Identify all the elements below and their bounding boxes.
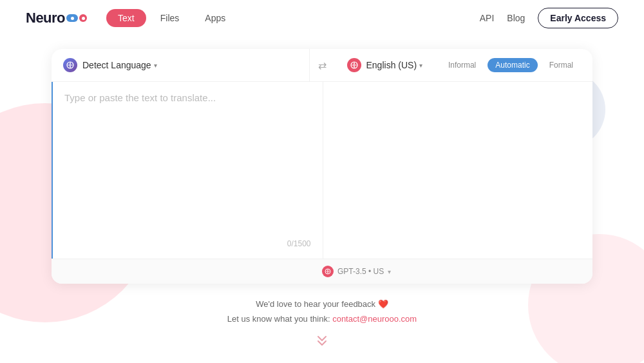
target-lang-chevron: ▾ bbox=[419, 62, 422, 69]
model-label: GPT-3.5 • US bbox=[337, 267, 384, 276]
tone-controls: Informal Automatic Formal bbox=[440, 58, 581, 72]
main-content: Detect Language ▾ ⇄ English (US) ▾ bbox=[0, 36, 644, 340]
logo: Neuro bbox=[26, 10, 87, 26]
source-text-panel: 0/1500 bbox=[52, 82, 323, 259]
main-nav: Text Files Apps bbox=[106, 9, 237, 27]
header: Neuro Text Files Apps API Blog Early Acc… bbox=[0, 0, 644, 36]
target-lang-panel: English (US) ▾ Informal Automatic Formal bbox=[336, 49, 593, 81]
card-footer: GPT-3.5 • US ▾ bbox=[52, 259, 592, 284]
source-lang-icon bbox=[63, 58, 77, 72]
nav-item-files[interactable]: Files bbox=[149, 9, 191, 27]
logo-icons bbox=[66, 14, 87, 22]
model-selector[interactable]: GPT-3.5 • US ▾ bbox=[322, 266, 581, 277]
feedback-main-text: We'd love to hear your feedback bbox=[256, 299, 375, 309]
tone-automatic-button[interactable]: Automatic bbox=[488, 58, 537, 72]
logo-icon-pink bbox=[79, 14, 87, 22]
target-lang-selector[interactable]: English (US) ▾ bbox=[366, 60, 423, 70]
early-access-button[interactable]: Early Access bbox=[538, 8, 618, 28]
source-textarea[interactable] bbox=[64, 92, 311, 234]
translator-card: Detect Language ▾ ⇄ English (US) ▾ bbox=[52, 49, 592, 284]
char-count: 0/1500 bbox=[64, 239, 311, 248]
target-lang-label: English (US) bbox=[366, 60, 417, 70]
api-link[interactable]: API bbox=[480, 13, 495, 23]
card-header: Detect Language ▾ ⇄ English (US) ▾ bbox=[52, 49, 592, 82]
nav-item-apps[interactable]: Apps bbox=[193, 9, 237, 27]
blog-link[interactable]: Blog bbox=[507, 13, 525, 23]
target-text-panel bbox=[323, 82, 593, 259]
source-lang-panel: Detect Language ▾ bbox=[52, 49, 310, 81]
tone-formal-button[interactable]: Formal bbox=[542, 58, 581, 72]
logo-dot-white bbox=[71, 17, 74, 20]
logo-text: Neuro bbox=[26, 10, 65, 26]
source-lang-selector[interactable]: Detect Language ▾ bbox=[82, 60, 157, 70]
feedback-section: We'd love to hear your feedback ❤️ Let u… bbox=[26, 297, 618, 327]
feedback-text: We'd love to hear your feedback ❤️ bbox=[26, 297, 618, 311]
feedback-email-link[interactable]: contact@neurooo.com bbox=[332, 314, 417, 324]
logo-dot-white-2 bbox=[82, 17, 85, 20]
swap-languages-button[interactable]: ⇄ bbox=[310, 59, 336, 72]
target-lang-icon bbox=[347, 58, 361, 72]
logo-icon-blue bbox=[66, 14, 78, 22]
header-right: API Blog Early Access bbox=[480, 8, 618, 28]
scroll-down-indicator[interactable] bbox=[314, 334, 330, 350]
model-icon bbox=[322, 266, 334, 277]
feedback-cta-text: Let us know what you think: bbox=[227, 314, 330, 324]
swap-icon: ⇄ bbox=[318, 59, 327, 72]
tone-informal-button[interactable]: Informal bbox=[440, 58, 484, 72]
nav-item-text[interactable]: Text bbox=[106, 9, 146, 27]
chevron-double-down-icon bbox=[314, 334, 330, 347]
feedback-cta: Let us know what you think: contact@neur… bbox=[26, 311, 618, 326]
source-lang-label: Detect Language bbox=[82, 60, 151, 70]
card-body: 0/1500 bbox=[52, 82, 592, 259]
model-chevron-icon: ▾ bbox=[388, 268, 391, 275]
feedback-heart: ❤️ bbox=[378, 299, 388, 309]
source-lang-chevron: ▾ bbox=[154, 62, 157, 69]
